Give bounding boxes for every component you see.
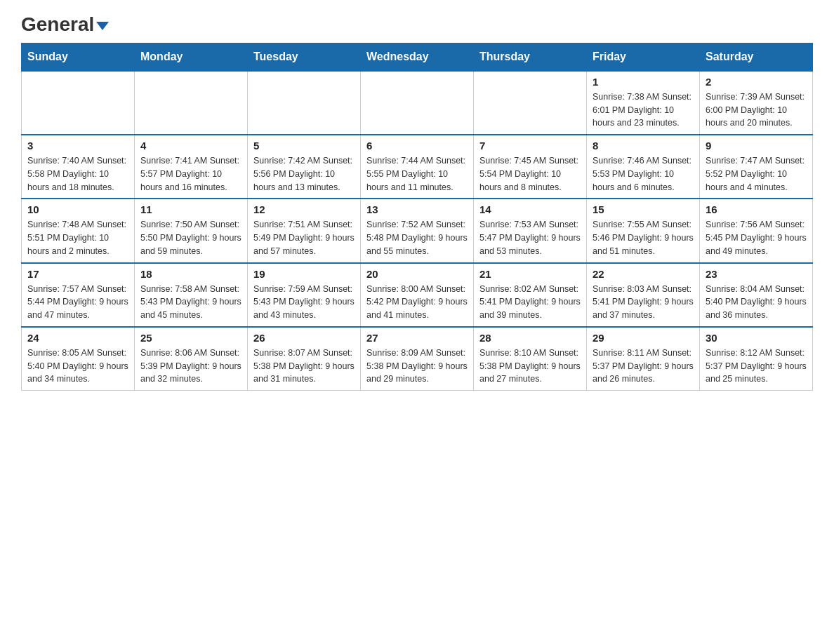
calendar-header-thursday: Thursday xyxy=(474,43,587,71)
day-number: 4 xyxy=(140,140,241,152)
day-number: 3 xyxy=(27,140,128,152)
day-number: 28 xyxy=(479,332,581,344)
calendar-cell: 19Sunrise: 7:59 AM Sunset: 5:43 PM Dayli… xyxy=(248,263,361,327)
calendar-cell: 15Sunrise: 7:55 AM Sunset: 5:46 PM Dayli… xyxy=(587,199,700,262)
calendar-cell xyxy=(474,71,587,135)
day-number: 6 xyxy=(366,140,468,152)
calendar-cell: 3Sunrise: 7:40 AM Sunset: 5:58 PM Daylig… xyxy=(22,135,135,199)
calendar-cell: 11Sunrise: 7:50 AM Sunset: 5:50 PM Dayli… xyxy=(135,199,248,262)
day-number: 25 xyxy=(140,332,241,344)
day-number: 24 xyxy=(27,332,128,344)
day-number: 1 xyxy=(593,76,694,88)
day-info: Sunrise: 8:00 AM Sunset: 5:42 PM Dayligh… xyxy=(366,283,468,322)
calendar-cell: 4Sunrise: 7:41 AM Sunset: 5:57 PM Daylig… xyxy=(135,135,248,199)
calendar-week-row: 10Sunrise: 7:48 AM Sunset: 5:51 PM Dayli… xyxy=(22,199,813,262)
day-info: Sunrise: 7:56 AM Sunset: 5:45 PM Dayligh… xyxy=(706,218,807,257)
calendar-cell: 20Sunrise: 8:00 AM Sunset: 5:42 PM Dayli… xyxy=(361,263,474,327)
day-info: Sunrise: 7:45 AM Sunset: 5:54 PM Dayligh… xyxy=(479,154,581,194)
calendar-header-tuesday: Tuesday xyxy=(248,43,361,71)
calendar-cell xyxy=(248,71,361,135)
day-info: Sunrise: 7:50 AM Sunset: 5:50 PM Dayligh… xyxy=(140,218,241,257)
day-number: 21 xyxy=(479,268,581,280)
calendar-header-wednesday: Wednesday xyxy=(361,43,474,71)
day-number: 9 xyxy=(706,140,807,152)
day-number: 19 xyxy=(253,268,355,280)
day-info: Sunrise: 7:53 AM Sunset: 5:47 PM Dayligh… xyxy=(479,218,581,257)
day-number: 2 xyxy=(706,76,807,88)
day-info: Sunrise: 7:40 AM Sunset: 5:58 PM Dayligh… xyxy=(27,154,128,194)
day-number: 30 xyxy=(706,332,807,344)
day-info: Sunrise: 7:58 AM Sunset: 5:43 PM Dayligh… xyxy=(140,283,241,322)
day-info: Sunrise: 7:47 AM Sunset: 5:52 PM Dayligh… xyxy=(706,154,807,194)
day-number: 10 xyxy=(27,203,128,215)
calendar-cell: 1Sunrise: 7:38 AM Sunset: 6:01 PM Daylig… xyxy=(587,71,700,135)
calendar-week-row: 17Sunrise: 7:57 AM Sunset: 5:44 PM Dayli… xyxy=(22,263,813,327)
logo-top: General xyxy=(21,14,109,36)
day-number: 22 xyxy=(593,268,694,280)
day-info: Sunrise: 8:07 AM Sunset: 5:38 PM Dayligh… xyxy=(253,347,355,386)
calendar-cell: 16Sunrise: 7:56 AM Sunset: 5:45 PM Dayli… xyxy=(700,199,813,262)
calendar-cell: 26Sunrise: 8:07 AM Sunset: 5:38 PM Dayli… xyxy=(248,327,361,391)
day-number: 17 xyxy=(27,268,128,280)
day-info: Sunrise: 7:55 AM Sunset: 5:46 PM Dayligh… xyxy=(593,218,694,257)
calendar-cell xyxy=(135,71,248,135)
calendar-cell: 5Sunrise: 7:42 AM Sunset: 5:56 PM Daylig… xyxy=(248,135,361,199)
day-info: Sunrise: 8:10 AM Sunset: 5:38 PM Dayligh… xyxy=(479,347,581,386)
calendar-cell: 18Sunrise: 7:58 AM Sunset: 5:43 PM Dayli… xyxy=(135,263,248,327)
calendar-cell: 23Sunrise: 8:04 AM Sunset: 5:40 PM Dayli… xyxy=(700,263,813,327)
day-info: Sunrise: 8:11 AM Sunset: 5:37 PM Dayligh… xyxy=(593,347,694,386)
calendar-cell xyxy=(361,71,474,135)
day-info: Sunrise: 8:04 AM Sunset: 5:40 PM Dayligh… xyxy=(706,283,807,322)
day-info: Sunrise: 7:41 AM Sunset: 5:57 PM Dayligh… xyxy=(140,154,241,194)
logo: General xyxy=(21,14,109,36)
day-number: 20 xyxy=(366,268,468,280)
day-info: Sunrise: 7:39 AM Sunset: 6:00 PM Dayligh… xyxy=(706,90,807,130)
calendar-header-row: SundayMondayTuesdayWednesdayThursdayFrid… xyxy=(22,43,813,71)
day-info: Sunrise: 8:03 AM Sunset: 5:41 PM Dayligh… xyxy=(593,283,694,322)
calendar-cell: 6Sunrise: 7:44 AM Sunset: 5:55 PM Daylig… xyxy=(361,135,474,199)
page-header: General xyxy=(21,14,813,36)
calendar-cell: 14Sunrise: 7:53 AM Sunset: 5:47 PM Dayli… xyxy=(474,199,587,262)
calendar-cell: 12Sunrise: 7:51 AM Sunset: 5:49 PM Dayli… xyxy=(248,199,361,262)
calendar-header-sunday: Sunday xyxy=(22,43,135,71)
calendar-header-friday: Friday xyxy=(587,43,700,71)
day-number: 23 xyxy=(706,268,807,280)
calendar-cell: 17Sunrise: 7:57 AM Sunset: 5:44 PM Dayli… xyxy=(22,263,135,327)
day-number: 29 xyxy=(593,332,694,344)
calendar-cell: 7Sunrise: 7:45 AM Sunset: 5:54 PM Daylig… xyxy=(474,135,587,199)
calendar-cell: 22Sunrise: 8:03 AM Sunset: 5:41 PM Dayli… xyxy=(587,263,700,327)
day-info: Sunrise: 8:05 AM Sunset: 5:40 PM Dayligh… xyxy=(27,347,128,386)
day-number: 5 xyxy=(253,140,355,152)
day-number: 7 xyxy=(479,140,581,152)
calendar-week-row: 1Sunrise: 7:38 AM Sunset: 6:01 PM Daylig… xyxy=(22,71,813,135)
calendar-week-row: 3Sunrise: 7:40 AM Sunset: 5:58 PM Daylig… xyxy=(22,135,813,199)
day-number: 16 xyxy=(706,203,807,215)
calendar-header-monday: Monday xyxy=(135,43,248,71)
calendar-cell: 2Sunrise: 7:39 AM Sunset: 6:00 PM Daylig… xyxy=(700,71,813,135)
calendar-cell xyxy=(22,71,135,135)
calendar-cell: 10Sunrise: 7:48 AM Sunset: 5:51 PM Dayli… xyxy=(22,199,135,262)
day-info: Sunrise: 8:09 AM Sunset: 5:38 PM Dayligh… xyxy=(366,347,468,386)
day-info: Sunrise: 7:44 AM Sunset: 5:55 PM Dayligh… xyxy=(366,154,468,194)
day-number: 15 xyxy=(593,203,694,215)
calendar-week-row: 24Sunrise: 8:05 AM Sunset: 5:40 PM Dayli… xyxy=(22,327,813,391)
day-info: Sunrise: 7:52 AM Sunset: 5:48 PM Dayligh… xyxy=(366,218,468,257)
calendar-cell: 29Sunrise: 8:11 AM Sunset: 5:37 PM Dayli… xyxy=(587,327,700,391)
day-number: 13 xyxy=(366,203,468,215)
calendar-cell: 30Sunrise: 8:12 AM Sunset: 5:37 PM Dayli… xyxy=(700,327,813,391)
logo-triangle-icon xyxy=(96,22,109,30)
day-number: 8 xyxy=(593,140,694,152)
calendar-cell: 13Sunrise: 7:52 AM Sunset: 5:48 PM Dayli… xyxy=(361,199,474,262)
day-number: 27 xyxy=(366,332,468,344)
day-number: 11 xyxy=(140,203,241,215)
calendar-cell: 27Sunrise: 8:09 AM Sunset: 5:38 PM Dayli… xyxy=(361,327,474,391)
calendar-cell: 24Sunrise: 8:05 AM Sunset: 5:40 PM Dayli… xyxy=(22,327,135,391)
calendar-cell: 9Sunrise: 7:47 AM Sunset: 5:52 PM Daylig… xyxy=(700,135,813,199)
calendar-header-saturday: Saturday xyxy=(700,43,813,71)
calendar-cell: 28Sunrise: 8:10 AM Sunset: 5:38 PM Dayli… xyxy=(474,327,587,391)
day-info: Sunrise: 7:59 AM Sunset: 5:43 PM Dayligh… xyxy=(253,283,355,322)
day-number: 14 xyxy=(479,203,581,215)
calendar-cell: 8Sunrise: 7:46 AM Sunset: 5:53 PM Daylig… xyxy=(587,135,700,199)
day-number: 18 xyxy=(140,268,241,280)
day-info: Sunrise: 7:57 AM Sunset: 5:44 PM Dayligh… xyxy=(27,283,128,322)
